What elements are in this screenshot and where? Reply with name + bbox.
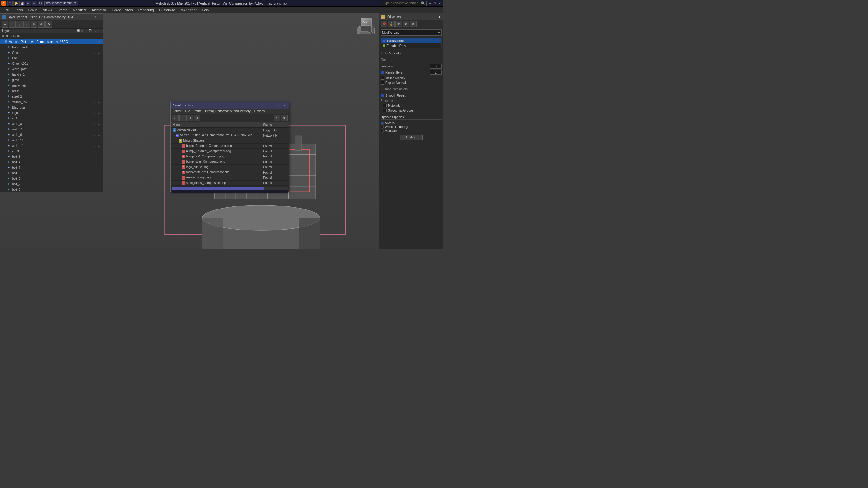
undo-btn[interactable]: ↩ — [26, 1, 31, 6]
asset-tracking-titlebar[interactable]: Asset Tracking – □ ✕ — [171, 102, 289, 108]
orientation-gizmo[interactable]: Top — [356, 17, 376, 36]
layer-item[interactable]: ◈Chrome001... ... — [0, 61, 103, 66]
modifier-editable-poly[interactable]: Editable Poly — [381, 43, 441, 48]
layer-item[interactable]: ◈bolt_7... ... — [0, 165, 103, 170]
maximize-btn[interactable]: □ — [433, 1, 437, 5]
manually-radio[interactable] — [381, 130, 384, 133]
menu-modifiers[interactable]: Modifiers — [70, 8, 89, 12]
asset-menu-file[interactable]: File — [184, 109, 190, 113]
layer-item[interactable]: ◈weld_6... ... — [0, 132, 103, 137]
col-status[interactable]: Status — [261, 122, 289, 128]
asset-menu-options[interactable]: Options — [254, 109, 265, 113]
layer-item[interactable]: ◈Irone_black... ... — [0, 44, 103, 50]
mod-mode-btn[interactable]: ⊕ — [410, 21, 416, 27]
layer-item[interactable]: ◈bolt_8... ... — [0, 154, 103, 159]
menu-tools[interactable]: Tools — [12, 8, 25, 12]
asset-close-btn[interactable]: ✕ — [283, 103, 287, 107]
col-name[interactable]: Name — [171, 122, 261, 128]
materials-checkbox[interactable] — [383, 104, 387, 107]
explicit-normals-checkbox[interactable] — [381, 81, 384, 85]
asset-row[interactable]: Pbump_svar_Compressor.pngFound — [171, 159, 289, 164]
menu-views[interactable]: Views — [40, 8, 54, 12]
layer-item[interactable]: ◈bolt_4... ... — [0, 159, 103, 165]
layer-item[interactable]: ◈brass... ... — [0, 88, 103, 94]
asset-grid-btn[interactable]: ⊞ — [186, 115, 193, 121]
asset-row[interactable]: Pbump_Chromel_Compressor.pngFound — [171, 149, 289, 154]
asset-row[interactable]: VAutodesk VaultLogged O... — [171, 128, 289, 133]
panel-expand-icon[interactable]: ▲ — [438, 15, 441, 19]
layers-add-btn[interactable]: + — [2, 21, 8, 28]
menu-maxscript[interactable]: MAXScript — [178, 8, 199, 12]
layer-item[interactable]: ◈weld_11... ... — [0, 143, 103, 149]
asset-help-btn[interactable]: ? — [274, 115, 280, 121]
layer-item[interactable]: ◈glass... ... — [0, 77, 103, 83]
layer-item[interactable]: ◈handle_1... ... — [0, 72, 103, 77]
asset-row[interactable]: Presiver_bump.pngFound — [171, 175, 289, 180]
search-input[interactable] — [383, 2, 420, 5]
isoline-checkbox[interactable] — [381, 76, 384, 80]
smooth-result-checkbox[interactable] — [381, 94, 384, 97]
workspace-dropdown[interactable]: Workspace: Default ▼ — [44, 1, 78, 6]
layer-item[interactable]: ◈weld_10... ... — [0, 137, 103, 143]
smoothing-groups-checkbox[interactable] — [383, 108, 387, 112]
asset-maximize-btn[interactable]: □ — [277, 103, 281, 107]
iterations-input[interactable] — [430, 64, 442, 69]
asset-row[interactable]: Pmanometr_diff_Compressor.pngFound — [171, 170, 289, 175]
update-button[interactable]: Update — [400, 135, 422, 140]
asset-minimize-btn[interactable]: – — [272, 103, 276, 107]
render-setup-btn[interactable]: 🎞 — [38, 1, 43, 6]
layer-item[interactable]: ◈weld_8... ... — [0, 121, 103, 127]
menu-help[interactable]: Help — [199, 8, 212, 12]
layer-item[interactable]: ◈Cuprum... ... — [0, 50, 103, 55]
redo-btn[interactable]: ↪ — [32, 1, 37, 6]
asset-row[interactable]: Plogo_diffuse.pngFound — [171, 164, 289, 170]
modifier-list-dropdown[interactable]: Modifier List ▼ — [381, 30, 442, 36]
save-btn[interactable]: 💾 — [20, 1, 25, 6]
asset-row[interactable]: FMaps / Shaders — [171, 138, 289, 143]
layers-copy-btn[interactable]: ⊕ — [31, 21, 37, 28]
layer-item[interactable]: ⊞0 (default)... ... — [0, 33, 103, 39]
color-swatch[interactable] — [381, 14, 385, 19]
layer-item[interactable]: ◈white_plast... ... — [0, 66, 103, 72]
minimize-btn[interactable]: – — [428, 1, 432, 5]
layer-item[interactable]: ◈steel_2... ... — [0, 94, 103, 99]
layer-item[interactable]: ◈bolt_2... ... — [0, 181, 103, 187]
render-iters-input[interactable] — [430, 70, 442, 75]
mod-show-btn[interactable]: 👁 — [395, 21, 402, 27]
menu-create[interactable]: Create — [55, 8, 70, 12]
asset-row[interactable]: Pbump_KM_Compressor.pngFound — [171, 154, 289, 159]
new-btn[interactable]: □ — [7, 1, 13, 6]
layers-options-btn[interactable]: ⚙ — [45, 21, 52, 28]
mod-pin-btn[interactable]: 📌 — [381, 21, 387, 27]
close-btn[interactable]: ✕ — [437, 1, 442, 5]
when-rendering-radio[interactable] — [381, 126, 384, 129]
layers-delete-btn[interactable]: ✕ — [9, 21, 16, 28]
layer-panel-titlebar[interactable]: L Layer: Vertical_Piston_Air_Compressor_… — [0, 14, 103, 20]
asset-list-btn[interactable]: ☰ — [179, 115, 186, 121]
render-iters-checkbox[interactable] — [381, 70, 384, 74]
menu-group[interactable]: Group — [26, 8, 40, 12]
menu-graph-editors[interactable]: Graph Editors — [110, 8, 135, 12]
layer-item[interactable]: ◈v_9... ... — [0, 116, 103, 121]
asset-row[interactable]: Pspec_brass_Compressor.pngFound — [171, 180, 289, 186]
search-box[interactable]: 🔍 — [381, 1, 427, 6]
layers-move-btn[interactable]: ↕ — [24, 21, 30, 28]
asset-menu-paths[interactable]: Paths — [193, 109, 202, 113]
layer-panel-close[interactable]: ✕ — [98, 15, 101, 19]
viewport[interactable]: [+] [Perspective] [Shaded + Edged Faces]… — [0, 13, 379, 249]
layer-item[interactable]: ◈bolt_3... ... — [0, 170, 103, 176]
layer-item[interactable]: ◈Foil... ... — [0, 55, 103, 61]
asset-refresh-btn[interactable]: ↻ — [172, 115, 179, 121]
asset-menu-server[interactable]: Server — [172, 109, 182, 113]
layers-new-btn[interactable]: □ — [16, 21, 23, 28]
layer-item[interactable]: ◈bolt_6... ... — [0, 176, 103, 181]
menu-rendering[interactable]: Rendering — [136, 8, 156, 12]
asset-row[interactable]: MVertical_Piston_Air_Compressor_by_ABAC_… — [171, 133, 289, 138]
mod-config-btn[interactable]: ⚙ — [403, 21, 409, 27]
layer-item[interactable]: ◈manometr... ... — [0, 83, 103, 88]
layer-item[interactable]: ◈Yellow_res... ... — [0, 99, 103, 105]
open-btn[interactable]: 📂 — [13, 1, 19, 6]
layer-item[interactable]: ◈weld_7... ... — [0, 127, 103, 132]
menu-animation[interactable]: Animation — [89, 8, 109, 12]
layer-item[interactable]: ▣Vertical_Piston_Air_Compressor_by_ABAC.… — [0, 39, 103, 44]
